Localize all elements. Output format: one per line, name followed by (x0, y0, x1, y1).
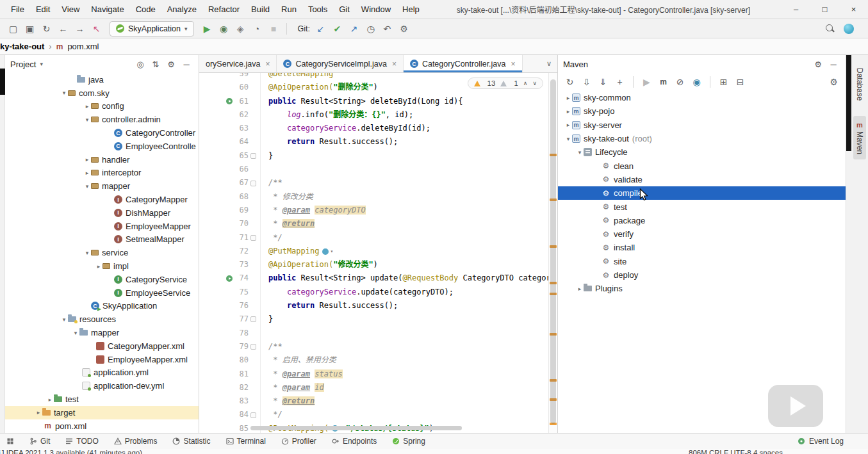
breadcrumb-file[interactable]: pom.xml (67, 42, 99, 51)
mapping-inlay-icon[interactable]: ▾ (322, 245, 333, 258)
download-sources-icon[interactable]: ⇩ (578, 74, 594, 90)
inspection-widget[interactable]: 13 1 ∧ ∨ (468, 77, 543, 89)
previous-warning-icon[interactable]: ∧ (523, 80, 528, 86)
statusbar-spring[interactable]: Spring (392, 437, 425, 446)
search-icon[interactable] (825, 24, 835, 33)
project-item-impl[interactable]: ▸impl (5, 259, 199, 273)
fold-icon[interactable] (250, 316, 256, 322)
maven-item-test[interactable]: ⚙test (558, 200, 846, 213)
project-item-pom-xml[interactable]: mpom.xml (5, 419, 199, 433)
maven-item-site[interactable]: ⚙site (558, 255, 846, 268)
code-line[interactable]: * 修改分类 (261, 190, 548, 204)
code-area[interactable]: @DeleteMapping@ApiOperation("删除分类")publi… (261, 73, 548, 433)
coverage-icon[interactable]: ◈ (233, 21, 249, 36)
hide-icon[interactable]: ─ (826, 57, 840, 71)
project-item-employeeservice[interactable]: IEmployeeService (5, 286, 199, 300)
close-icon[interactable]: × (392, 60, 397, 69)
settings-icon[interactable]: ⚙ (164, 57, 178, 71)
tab-categoryserviceimpl-java[interactable]: CCategoryServiceImpl.java× (277, 55, 403, 72)
chevron-icon[interactable]: ▾ (60, 90, 68, 96)
code-line[interactable] (261, 163, 548, 176)
project-item-employeemapper[interactable]: IEmployeeMapper (5, 220, 199, 233)
maven-item-deploy[interactable]: ⚙deploy (558, 268, 846, 282)
chevron-icon[interactable]: ▾ (72, 330, 79, 336)
run-configuration-combo[interactable]: SkyApplication ▾ (110, 21, 194, 36)
stripe-tab-database[interactable]: Database (853, 63, 866, 106)
collapse-icon[interactable]: ⇅ (149, 57, 163, 71)
chevron-icon[interactable]: ▾ (576, 149, 584, 156)
mapping-gutter-icon[interactable] (226, 98, 233, 104)
tab-oryservice-java[interactable]: oryService.java× (199, 55, 277, 72)
maximize-button[interactable]: □ (810, 0, 839, 19)
vertical-scrollbar-thumb[interactable] (550, 79, 556, 424)
fold-icon[interactable] (250, 412, 256, 418)
push-icon[interactable]: ↗ (346, 21, 362, 36)
fold-icon[interactable] (250, 235, 256, 241)
code-line[interactable]: * @return (261, 394, 548, 408)
code-line[interactable]: * 启用、禁用分类 (261, 353, 548, 367)
code-line[interactable]: } (261, 312, 548, 326)
fold-icon[interactable] (250, 344, 256, 350)
menu-edit[interactable]: Edit (30, 0, 56, 19)
statusbar-problems[interactable]: Problems (114, 437, 158, 446)
run-icon[interactable]: ▶ (639, 74, 655, 90)
chevron-icon[interactable]: ▸ (576, 286, 584, 292)
recent-icon[interactable]: ↖ (88, 21, 104, 36)
chevron-icon[interactable]: ▸ (83, 103, 91, 109)
maven-item-verify[interactable]: ⚙verify (558, 227, 846, 241)
project-item-employeecontrolle[interactable]: CEmployeeControlle (5, 140, 199, 153)
code-line[interactable]: } (261, 149, 548, 163)
project-item-mapper[interactable]: ▾mapper (5, 326, 199, 339)
locate-icon[interactable]: ◎ (133, 57, 147, 71)
fold-icon[interactable] (250, 153, 256, 159)
run-icon[interactable]: ▶ (199, 21, 215, 36)
menu-help[interactable]: Help (397, 0, 425, 19)
chevron-icon[interactable]: ▸ (35, 409, 42, 416)
update-notification-text[interactable]: IntelliJ IDEA 2021.1.3 available (41 min… (0, 449, 142, 454)
code-line[interactable]: * @return (261, 217, 548, 231)
project-item-categorymapper[interactable]: ICategoryMapper (5, 193, 199, 206)
code-line[interactable]: /** (261, 176, 548, 190)
wrench-icon[interactable]: ⚙ (826, 74, 842, 90)
project-item-skyapplication[interactable]: CSkyApplication (5, 300, 199, 313)
project-item-setmealmapper[interactable]: ISetmealMapper (5, 233, 199, 247)
project-item-service[interactable]: ▾service (5, 246, 199, 259)
assistant-icon[interactable] (844, 24, 854, 34)
event-log-item[interactable]: Event Log (798, 437, 844, 446)
project-item-test[interactable]: ▸test (5, 393, 199, 406)
maven-item-sky-server[interactable]: ▸msky-server (558, 118, 846, 132)
project-item-com-sky[interactable]: ▾com.sky (5, 86, 199, 100)
code-line[interactable]: public Result<String> deleteById(Long id… (261, 95, 548, 108)
maven-item-sky-pojo[interactable]: ▸msky-pojo (558, 104, 846, 118)
project-item-config[interactable]: ▸config (5, 100, 199, 113)
close-icon[interactable]: × (265, 60, 270, 69)
chevron-icon[interactable]: ▸ (46, 396, 54, 403)
chevron-icon[interactable]: ▾ (83, 183, 91, 190)
back-icon[interactable]: ← (55, 21, 71, 36)
tool-window-switcher-icon[interactable] (6, 437, 14, 445)
menu-code[interactable]: Code (130, 0, 161, 19)
code-line[interactable]: return Result.success(); (261, 135, 548, 149)
maven-item-install[interactable]: ⚙install (558, 241, 846, 254)
project-item-categorymapper-xml[interactable]: CategoryMapper.xml (5, 339, 199, 353)
profiler-icon[interactable]: ◔ (249, 21, 265, 36)
forward-icon[interactable]: → (72, 21, 88, 36)
project-item-application-yml[interactable]: application.yml (5, 366, 199, 380)
statusbar-statistic[interactable]: Statistic (172, 437, 210, 446)
maven-item-sky-common[interactable]: ▸msky-common (558, 91, 846, 104)
tab-categorycontroller-java[interactable]: CCategoryController.java× (404, 55, 523, 72)
fold-icon[interactable] (250, 181, 256, 186)
code-line[interactable]: */ (261, 231, 548, 245)
project-item-resources[interactable]: ▾resources (5, 312, 199, 326)
tab-list-chevron-icon[interactable]: ∨ (541, 55, 557, 72)
project-item-java[interactable]: java (5, 73, 199, 86)
sync-icon[interactable]: ↻ (562, 74, 578, 90)
update-icon[interactable]: ↙ (313, 21, 329, 36)
code-line[interactable]: public Result<String> update(@RequestBod… (261, 272, 548, 285)
profiles-icon[interactable]: ◉ (689, 74, 705, 90)
chevron-icon[interactable]: ▾ (83, 117, 91, 123)
code-line[interactable]: * @param status (261, 368, 548, 381)
project-item-dishmapper[interactable]: IDishMapper (5, 206, 199, 220)
project-item-target[interactable]: ▸target (5, 406, 199, 419)
maven-panel-title[interactable]: Maven (563, 60, 588, 69)
